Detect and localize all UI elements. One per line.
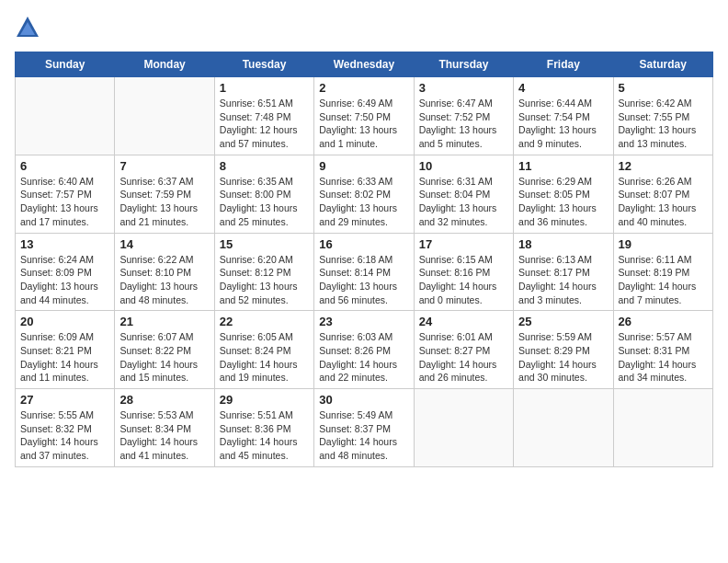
- day-info: Sunrise: 6:44 AM Sunset: 7:54 PM Dayligh…: [518, 97, 608, 151]
- day-number: 17: [419, 237, 508, 251]
- calendar-week-5: 27Sunrise: 5:55 AM Sunset: 8:32 PM Dayli…: [16, 389, 713, 467]
- day-number: 29: [220, 393, 309, 407]
- calendar-cell: 18Sunrise: 6:13 AM Sunset: 8:17 PM Dayli…: [514, 233, 613, 311]
- day-info: Sunrise: 6:49 AM Sunset: 7:50 PM Dayligh…: [319, 97, 408, 151]
- day-number: 23: [319, 315, 408, 328]
- calendar-cell: [414, 389, 513, 467]
- calendar-cell: [16, 77, 115, 155]
- day-number: 13: [20, 237, 109, 251]
- calendar-cell: 24Sunrise: 6:01 AM Sunset: 8:27 PM Dayli…: [414, 311, 513, 389]
- calendar-cell: 29Sunrise: 5:51 AM Sunset: 8:36 PM Dayli…: [214, 389, 313, 467]
- calendar-week-1: 1Sunrise: 6:51 AM Sunset: 7:48 PM Daylig…: [16, 77, 713, 155]
- calendar-cell: 14Sunrise: 6:22 AM Sunset: 8:10 PM Dayli…: [115, 233, 214, 311]
- calendar-cell: 1Sunrise: 6:51 AM Sunset: 7:48 PM Daylig…: [214, 77, 313, 155]
- day-number: 12: [619, 159, 708, 173]
- day-header-tuesday: Tuesday: [214, 52, 313, 77]
- day-number: 21: [119, 315, 209, 328]
- day-info: Sunrise: 6:03 AM Sunset: 8:26 PM Dayligh…: [319, 330, 408, 385]
- day-number: 14: [119, 237, 209, 251]
- day-info: Sunrise: 6:40 AM Sunset: 7:57 PM Dayligh…: [20, 175, 109, 229]
- logo: [15, 15, 44, 40]
- day-info: Sunrise: 5:57 AM Sunset: 8:31 PM Dayligh…: [619, 330, 708, 385]
- calendar-cell: 23Sunrise: 6:03 AM Sunset: 8:26 PM Dayli…: [314, 311, 414, 389]
- day-info: Sunrise: 6:35 AM Sunset: 8:00 PM Dayligh…: [220, 175, 309, 229]
- calendar-week-4: 20Sunrise: 6:09 AM Sunset: 8:21 PM Dayli…: [16, 311, 713, 389]
- day-number: 28: [119, 393, 209, 407]
- calendar-cell: 27Sunrise: 5:55 AM Sunset: 8:32 PM Dayli…: [16, 389, 115, 467]
- day-number: 11: [518, 159, 608, 173]
- day-info: Sunrise: 6:07 AM Sunset: 8:22 PM Dayligh…: [119, 330, 209, 385]
- day-info: Sunrise: 6:42 AM Sunset: 7:55 PM Dayligh…: [619, 97, 708, 151]
- day-info: Sunrise: 6:09 AM Sunset: 8:21 PM Dayligh…: [20, 330, 109, 385]
- calendar-cell: 7Sunrise: 6:37 AM Sunset: 7:59 PM Daylig…: [115, 155, 214, 233]
- day-number: 10: [419, 159, 508, 173]
- day-info: Sunrise: 5:51 AM Sunset: 8:36 PM Dayligh…: [220, 408, 309, 463]
- calendar-week-2: 6Sunrise: 6:40 AM Sunset: 7:57 PM Daylig…: [16, 155, 713, 233]
- day-info: Sunrise: 6:11 AM Sunset: 8:19 PM Dayligh…: [619, 253, 708, 307]
- day-number: 18: [518, 237, 608, 251]
- day-number: 27: [20, 393, 109, 407]
- calendar-cell: 10Sunrise: 6:31 AM Sunset: 8:04 PM Dayli…: [414, 155, 513, 233]
- day-number: 15: [220, 237, 309, 251]
- day-number: 2: [319, 81, 408, 95]
- day-info: Sunrise: 6:18 AM Sunset: 8:14 PM Dayligh…: [319, 253, 408, 307]
- day-header-friday: Friday: [514, 52, 613, 77]
- calendar-cell: 13Sunrise: 6:24 AM Sunset: 8:09 PM Dayli…: [16, 233, 115, 311]
- day-info: Sunrise: 6:47 AM Sunset: 7:52 PM Dayligh…: [419, 97, 508, 151]
- day-number: 8: [220, 159, 309, 173]
- day-info: Sunrise: 5:49 AM Sunset: 8:37 PM Dayligh…: [319, 408, 408, 463]
- logo-icon: [15, 15, 40, 40]
- day-info: Sunrise: 6:15 AM Sunset: 8:16 PM Dayligh…: [419, 253, 508, 307]
- calendar-cell: 21Sunrise: 6:07 AM Sunset: 8:22 PM Dayli…: [115, 311, 214, 389]
- calendar-cell: 8Sunrise: 6:35 AM Sunset: 8:00 PM Daylig…: [214, 155, 313, 233]
- day-info: Sunrise: 6:24 AM Sunset: 8:09 PM Dayligh…: [20, 253, 109, 307]
- calendar-cell: 22Sunrise: 6:05 AM Sunset: 8:24 PM Dayli…: [214, 311, 313, 389]
- day-info: Sunrise: 5:53 AM Sunset: 8:34 PM Dayligh…: [119, 408, 209, 463]
- day-info: Sunrise: 6:13 AM Sunset: 8:17 PM Dayligh…: [518, 253, 608, 307]
- day-info: Sunrise: 5:59 AM Sunset: 8:29 PM Dayligh…: [518, 330, 608, 385]
- day-header-thursday: Thursday: [414, 52, 513, 77]
- day-header-monday: Monday: [115, 52, 214, 77]
- day-header-sunday: Sunday: [16, 52, 115, 77]
- day-info: Sunrise: 6:51 AM Sunset: 7:48 PM Dayligh…: [220, 97, 309, 151]
- day-number: 20: [20, 315, 109, 328]
- calendar-cell: 17Sunrise: 6:15 AM Sunset: 8:16 PM Dayli…: [414, 233, 513, 311]
- calendar-cell: 6Sunrise: 6:40 AM Sunset: 7:57 PM Daylig…: [16, 155, 115, 233]
- day-number: 1: [220, 81, 309, 95]
- day-number: 25: [518, 315, 608, 328]
- day-header-wednesday: Wednesday: [314, 52, 414, 77]
- calendar-cell: 15Sunrise: 6:20 AM Sunset: 8:12 PM Dayli…: [214, 233, 313, 311]
- day-number: 26: [619, 315, 708, 328]
- day-number: 6: [20, 159, 109, 173]
- day-number: 19: [619, 237, 708, 251]
- day-number: 22: [220, 315, 309, 328]
- calendar-cell: [115, 77, 214, 155]
- day-info: Sunrise: 6:31 AM Sunset: 8:04 PM Dayligh…: [419, 175, 508, 229]
- calendar-week-3: 13Sunrise: 6:24 AM Sunset: 8:09 PM Dayli…: [16, 233, 713, 311]
- day-number: 24: [419, 315, 508, 328]
- calendar-cell: 20Sunrise: 6:09 AM Sunset: 8:21 PM Dayli…: [16, 311, 115, 389]
- calendar-cell: 12Sunrise: 6:26 AM Sunset: 8:07 PM Dayli…: [613, 155, 712, 233]
- calendar-cell: 16Sunrise: 6:18 AM Sunset: 8:14 PM Dayli…: [314, 233, 414, 311]
- calendar-cell: 11Sunrise: 6:29 AM Sunset: 8:05 PM Dayli…: [514, 155, 613, 233]
- page-header: [15, 15, 713, 40]
- calendar-cell: 5Sunrise: 6:42 AM Sunset: 7:55 PM Daylig…: [613, 77, 712, 155]
- day-number: 4: [518, 81, 608, 95]
- day-info: Sunrise: 6:01 AM Sunset: 8:27 PM Dayligh…: [419, 330, 508, 385]
- day-info: Sunrise: 6:22 AM Sunset: 8:10 PM Dayligh…: [119, 253, 209, 307]
- day-number: 9: [319, 159, 408, 173]
- day-info: Sunrise: 6:29 AM Sunset: 8:05 PM Dayligh…: [518, 175, 608, 229]
- day-info: Sunrise: 6:20 AM Sunset: 8:12 PM Dayligh…: [220, 253, 309, 307]
- day-number: 16: [319, 237, 408, 251]
- calendar-cell: 28Sunrise: 5:53 AM Sunset: 8:34 PM Dayli…: [115, 389, 214, 467]
- day-info: Sunrise: 6:26 AM Sunset: 8:07 PM Dayligh…: [619, 175, 708, 229]
- day-number: 5: [619, 81, 708, 95]
- calendar-cell: 4Sunrise: 6:44 AM Sunset: 7:54 PM Daylig…: [514, 77, 613, 155]
- calendar-cell: 3Sunrise: 6:47 AM Sunset: 7:52 PM Daylig…: [414, 77, 513, 155]
- calendar-cell: [514, 389, 613, 467]
- day-header-saturday: Saturday: [613, 52, 712, 77]
- calendar-cell: 19Sunrise: 6:11 AM Sunset: 8:19 PM Dayli…: [613, 233, 712, 311]
- calendar-cell: 9Sunrise: 6:33 AM Sunset: 8:02 PM Daylig…: [314, 155, 414, 233]
- calendar-cell: 2Sunrise: 6:49 AM Sunset: 7:50 PM Daylig…: [314, 77, 414, 155]
- calendar-cell: 25Sunrise: 5:59 AM Sunset: 8:29 PM Dayli…: [514, 311, 613, 389]
